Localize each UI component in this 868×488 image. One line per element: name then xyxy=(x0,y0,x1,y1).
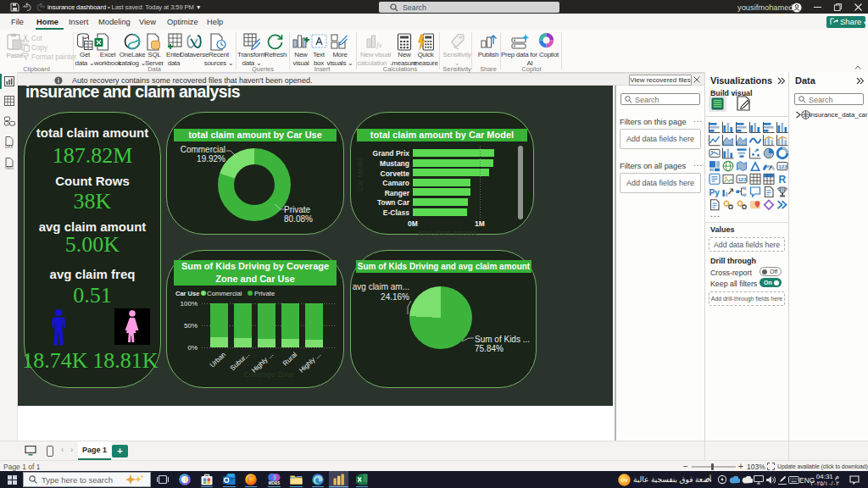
svg-text:fx: fx xyxy=(376,41,382,49)
svg-text:UV: UV xyxy=(620,478,627,483)
svg-text:DAX: DAX xyxy=(5,145,13,149)
svg-text:TMDL: TMDL xyxy=(5,166,15,170)
